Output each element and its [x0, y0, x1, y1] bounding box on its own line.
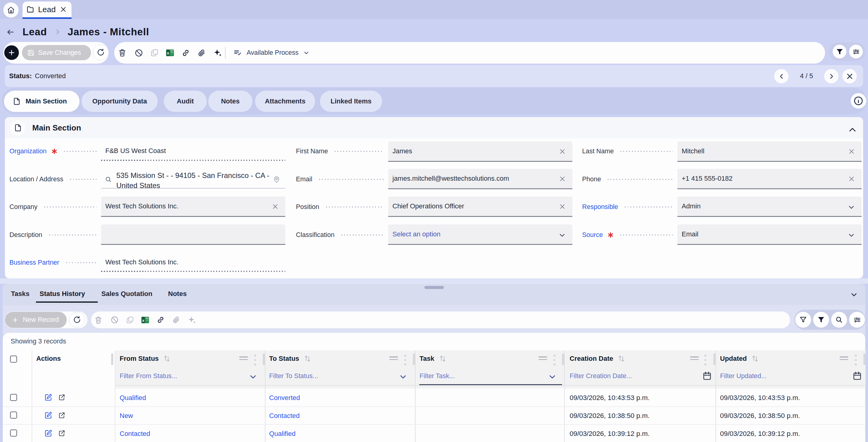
- svg-text:x: x: [167, 51, 169, 55]
- svg-text:x: x: [142, 318, 145, 322]
